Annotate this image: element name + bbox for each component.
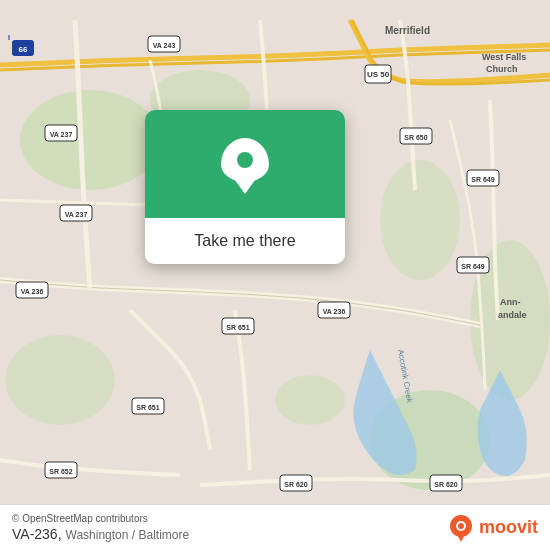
moovit-logo: moovit (447, 514, 538, 542)
svg-point-49 (458, 523, 464, 529)
svg-text:US 50: US 50 (367, 70, 390, 79)
svg-text:VA 243: VA 243 (153, 42, 176, 49)
location-label: VA-236, (12, 526, 62, 542)
map-background: 66 I US 50 VA 243 VA 237 VA 237 VA 236 V… (0, 0, 550, 550)
popup-green-section (145, 110, 345, 218)
svg-text:SR 651: SR 651 (136, 404, 159, 411)
bottom-bar: © OpenStreetMap contributors VA-236, Was… (0, 504, 550, 550)
svg-text:SR 649: SR 649 (471, 176, 494, 183)
svg-point-1 (20, 90, 160, 190)
svg-text:SR 651: SR 651 (226, 324, 249, 331)
svg-text:SR 620: SR 620 (284, 481, 307, 488)
svg-point-3 (380, 160, 460, 280)
location-sub-label: Washington / Baltimore (66, 528, 190, 542)
svg-point-4 (275, 375, 345, 425)
popup-card: Take me there (145, 110, 345, 264)
svg-text:SR 650: SR 650 (404, 134, 427, 141)
attribution-text: © OpenStreetMap contributors (12, 513, 189, 524)
location-pin-icon (221, 138, 269, 194)
svg-point-7 (5, 335, 115, 425)
svg-text:SR 649: SR 649 (461, 263, 484, 270)
moovit-logo-icon (447, 514, 475, 542)
svg-text:SR 652: SR 652 (49, 468, 72, 475)
svg-text:VA 236: VA 236 (323, 308, 346, 315)
take-me-there-button[interactable]: Take me there (145, 218, 345, 264)
svg-text:SR 620: SR 620 (434, 481, 457, 488)
svg-text:66: 66 (19, 45, 28, 54)
svg-text:andale: andale (498, 310, 527, 320)
svg-text:Church: Church (486, 64, 518, 74)
svg-text:I: I (8, 34, 10, 41)
svg-text:Merrifield: Merrifield (385, 25, 430, 36)
svg-text:VA 236: VA 236 (21, 288, 44, 295)
moovit-text: moovit (479, 517, 538, 538)
svg-text:VA 237: VA 237 (65, 211, 88, 218)
svg-text:West Falls: West Falls (482, 52, 526, 62)
svg-text:VA 237: VA 237 (50, 131, 73, 138)
svg-text:Ann-: Ann- (500, 297, 521, 307)
map-container: 66 I US 50 VA 243 VA 237 VA 237 VA 236 V… (0, 0, 550, 550)
